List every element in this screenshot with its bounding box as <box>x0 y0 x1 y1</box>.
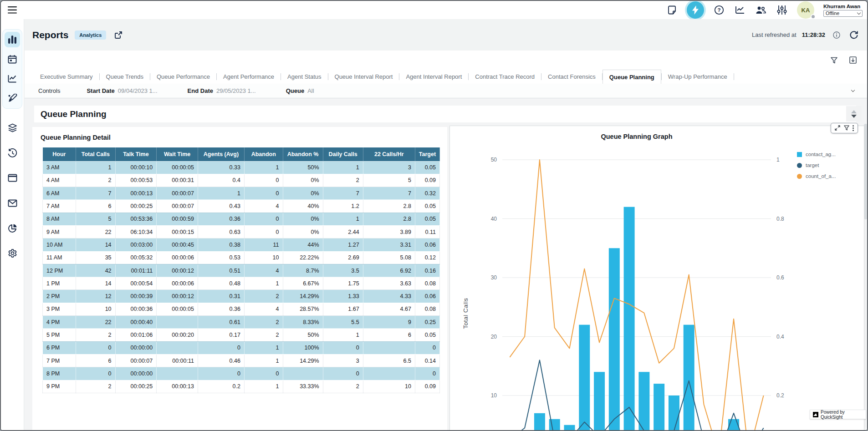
table-cell: 0.38 <box>198 238 244 251</box>
powered-by-quicksight[interactable]: Powered by QuickSight <box>810 410 866 419</box>
control-end-date[interactable]: End Date 29/05/2023 1... <box>188 87 256 94</box>
export-icon[interactable] <box>847 54 859 66</box>
table-cell: 00:00:59 <box>157 213 198 225</box>
tab-contract-trace-record[interactable]: Contract Trace Record <box>469 70 541 84</box>
menu-icon[interactable] <box>6 4 18 16</box>
table-row[interactable]: 8 PM000:00:000000 <box>43 367 440 380</box>
tab-contact-forensics[interactable]: Contact Forensics <box>541 70 602 84</box>
table-row[interactable]: 7 PM600:00:0700:00:110.46114.29%36.50.14 <box>43 354 440 367</box>
table-row[interactable]: 4 AM200:00:5300:00:310.400%250.09 <box>43 174 440 187</box>
tab-queue-planning[interactable]: Queue Planning <box>602 70 661 84</box>
controls-collapse-icon[interactable] <box>851 88 855 92</box>
column-header[interactable]: Abandon <box>244 147 283 161</box>
sidebar-item-mail[interactable] <box>5 198 20 208</box>
tab-agent-status[interactable]: Agent Status <box>281 70 327 84</box>
queue-planning-table[interactable]: HourTotal CallsTalk TimeWait TimeAgents … <box>42 147 440 393</box>
sidebar-item-window[interactable] <box>5 172 20 183</box>
dashboard: Queue Planning Queue Planning Detail Hou… <box>25 98 867 431</box>
column-header[interactable]: Wait Time <box>157 147 198 161</box>
table-row[interactable]: 2 PM1200:00:3900:00:120.31214.29%1.334.3… <box>43 290 440 303</box>
control-start-date[interactable]: Start Date 09/04/2023 1... <box>87 87 157 94</box>
topbar: ? KA Khurram Awan Offline <box>1 1 867 19</box>
column-header[interactable]: Daily Calls <box>323 147 363 161</box>
table-row[interactable]: 3 PM1000:00:3600:00:050.36428.57%1.674.6… <box>43 303 440 315</box>
sidebar-item-layers[interactable] <box>5 122 20 133</box>
column-header[interactable]: Total Calls <box>76 147 115 161</box>
table-row[interactable]: 6 AM700:00:1300:00:07100%770.32 <box>43 187 440 200</box>
column-header[interactable]: Target <box>415 147 439 161</box>
control-queue[interactable]: Queue All <box>286 87 314 94</box>
sidebar-item-history[interactable] <box>5 147 20 158</box>
external-link-icon[interactable] <box>112 29 124 41</box>
svg-text:30: 30 <box>491 274 497 281</box>
notes-icon[interactable] <box>666 4 678 16</box>
table-row[interactable]: 9 AM2206:10:3400:00:150.6300%2.443.890.1… <box>43 225 440 238</box>
sidebar-item-analytics[interactable] <box>5 71 20 86</box>
table-cell <box>363 341 415 354</box>
legend-label: count_of_a... <box>806 173 836 179</box>
tab-agent-performance[interactable]: Agent Performance <box>217 70 281 84</box>
sidebar-item-design[interactable] <box>5 91 20 106</box>
table-cell: 0% <box>283 187 323 200</box>
status-dot <box>811 14 816 19</box>
tab-queue-interval-report[interactable]: Queue Interval Report <box>328 70 399 84</box>
tab-executive-summary[interactable]: Executive Summary <box>34 70 99 84</box>
avatar[interactable]: KA <box>797 1 814 19</box>
table-cell: 33.33% <box>283 380 323 393</box>
sidebar-item-reports[interactable] <box>5 32 20 47</box>
filter-icon[interactable] <box>828 54 840 66</box>
scroll-down-icon[interactable] <box>851 115 857 118</box>
sliders-icon[interactable] <box>776 4 788 16</box>
column-header[interactable]: Abandon % <box>283 147 323 161</box>
table-row[interactable]: 6 PM000:00:0001100%00 <box>43 341 440 354</box>
table-row[interactable]: 5 PM200:01:0600:00:200.17250%160.05 <box>43 329 440 341</box>
svg-text:10: 10 <box>491 392 497 399</box>
tab-agent-interval-report[interactable]: Agent Interval Report <box>399 70 468 84</box>
column-header[interactable]: 22 Calls/Hr <box>363 147 415 161</box>
column-header[interactable]: Agents (Avg) <box>198 147 244 161</box>
legend-item-target[interactable]: target <box>797 162 836 168</box>
table-cell: 00:00:45 <box>157 238 198 251</box>
table-cell: 00:00:13 <box>115 187 157 200</box>
app-window: ? KA Khurram Awan Offline <box>0 0 868 431</box>
table-cell: 2.8 <box>363 200 415 213</box>
column-header[interactable]: Talk Time <box>115 147 157 161</box>
table-row[interactable]: 7 AM600:00:2500:00:070.43440%1.22.80.05 <box>43 200 440 213</box>
table-cell: 0.08 <box>415 277 439 290</box>
status-dropdown[interactable]: Offline <box>823 10 863 17</box>
scroll-up-icon[interactable] <box>851 110 857 113</box>
table-cell: 0.05 <box>415 213 439 225</box>
table-cell: 3.5 <box>323 264 363 277</box>
tab-queue-trends[interactable]: Queue Trends <box>100 70 150 84</box>
svg-text:?: ? <box>717 7 720 13</box>
tab-queue-performance[interactable]: Queue Performance <box>150 70 216 84</box>
sidebar-item-calendar[interactable] <box>5 51 20 67</box>
table-row[interactable]: 4 PM2200:00:400.6128.33%5.590.25 <box>43 316 440 329</box>
column-header[interactable]: Hour <box>43 147 76 161</box>
table-cell: 1 <box>323 161 363 174</box>
help-icon[interactable]: ? <box>713 4 725 16</box>
table-row[interactable]: 10 AM1400:03:0000:00:450.381144%1.273.31… <box>43 238 440 251</box>
sidebar-item-settings[interactable] <box>5 248 20 259</box>
bolt-icon[interactable] <box>687 1 704 19</box>
table-cell: 8.7% <box>283 264 323 277</box>
refresh-icon[interactable] <box>848 29 860 41</box>
sheet-scroll-stepper[interactable] <box>846 106 862 122</box>
table-row[interactable]: 1 PM1400:00:5400:00:060.4816.67%1.753.63… <box>43 277 440 290</box>
legend-item-count-of-a-[interactable]: count_of_a... <box>797 173 836 179</box>
table-row[interactable]: 3 AM100:00:1000:00:050.33150%130.05 <box>43 161 440 174</box>
table-row[interactable]: 9 PM200:00:2500:00:130.2133.33%2100.09 <box>43 380 440 393</box>
dashboard-scrollbar[interactable] <box>864 124 867 428</box>
trend-icon[interactable] <box>734 4 746 16</box>
table-row[interactable]: 11 AM3500:05:3200:00:060.531022.22%2.695… <box>43 251 440 264</box>
legend-item-contact-ag-[interactable]: contact_ag... <box>797 152 836 157</box>
table-cell: 10 <box>244 251 283 264</box>
table-cell: 6 <box>76 354 115 367</box>
tab-wrap-up-performance[interactable]: Wrap-Up Performance <box>662 70 734 84</box>
info-icon[interactable] <box>831 29 842 41</box>
sidebar-item-pie-chart[interactable] <box>5 223 20 233</box>
table-row[interactable]: 8 AM500:53:3600:00:590.3600%12.80.05 <box>43 213 440 225</box>
table-cell: 3 <box>323 354 363 367</box>
contacts-icon[interactable] <box>755 4 767 16</box>
table-row[interactable]: 12 PM4200:01:1100:00:120.5148.7%3.56.920… <box>43 264 440 277</box>
